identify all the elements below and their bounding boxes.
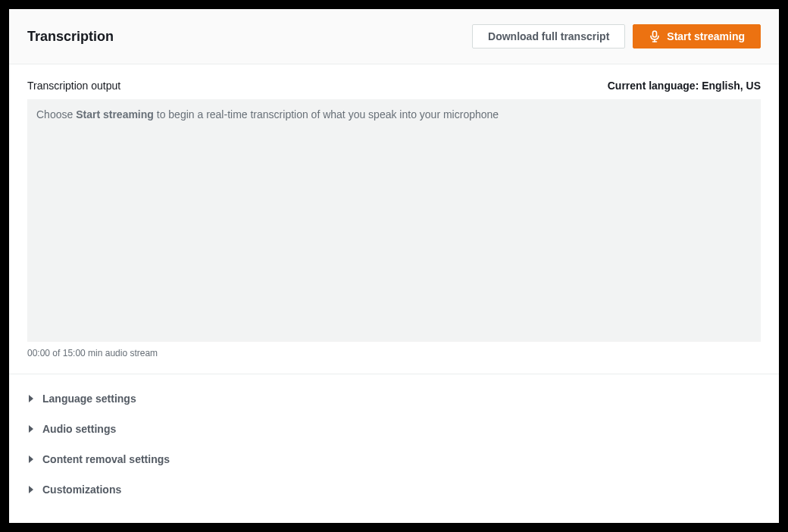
expandable-language-settings[interactable]: Language settings — [27, 383, 761, 414]
chevron-right-icon — [29, 425, 33, 433]
expandable-label: Content removal settings — [42, 453, 170, 465]
expandable-customizations[interactable]: Customizations — [27, 474, 761, 505]
output-header: Transcription output Current language: E… — [27, 80, 761, 92]
page-title: Transcription — [27, 29, 114, 45]
header-actions: Download full transcript Start streaming — [472, 24, 761, 49]
placeholder-prefix: Choose — [36, 108, 76, 120]
settings-section: Language settings Audio settings Content… — [27, 383, 761, 509]
expandable-label: Audio settings — [42, 423, 116, 435]
svg-rect-0 — [653, 31, 657, 37]
header-panel: Transcription Download full transcript S… — [9, 9, 779, 64]
language-value: English, US — [702, 80, 761, 92]
stream-status: 00:00 of 15:00 min audio stream — [27, 348, 761, 358]
transcription-output-box: Choose Start streaming to begin a real-t… — [27, 99, 761, 342]
download-transcript-button[interactable]: Download full transcript — [472, 24, 625, 49]
divider — [9, 374, 779, 374]
language-prefix: Current language: — [608, 80, 702, 92]
placeholder-suffix: to begin a real-time transcription of wh… — [154, 108, 499, 120]
current-language-label: Current language: English, US — [608, 80, 761, 92]
microphone-icon — [649, 30, 661, 42]
chevron-right-icon — [29, 486, 33, 493]
page-container: Transcription Download full transcript S… — [9, 9, 779, 523]
expandable-audio-settings[interactable]: Audio settings — [27, 414, 761, 444]
output-label: Transcription output — [27, 80, 120, 92]
content-panel: Transcription output Current language: E… — [9, 64, 779, 523]
chevron-right-icon — [29, 395, 33, 402]
chevron-right-icon — [29, 455, 33, 463]
expandable-label: Language settings — [42, 393, 136, 405]
expandable-content-removal-settings[interactable]: Content removal settings — [27, 444, 761, 474]
start-streaming-button[interactable]: Start streaming — [633, 24, 761, 49]
expandable-label: Customizations — [42, 483, 121, 496]
start-streaming-label: Start streaming — [667, 30, 745, 42]
placeholder-bold: Start streaming — [76, 108, 154, 120]
